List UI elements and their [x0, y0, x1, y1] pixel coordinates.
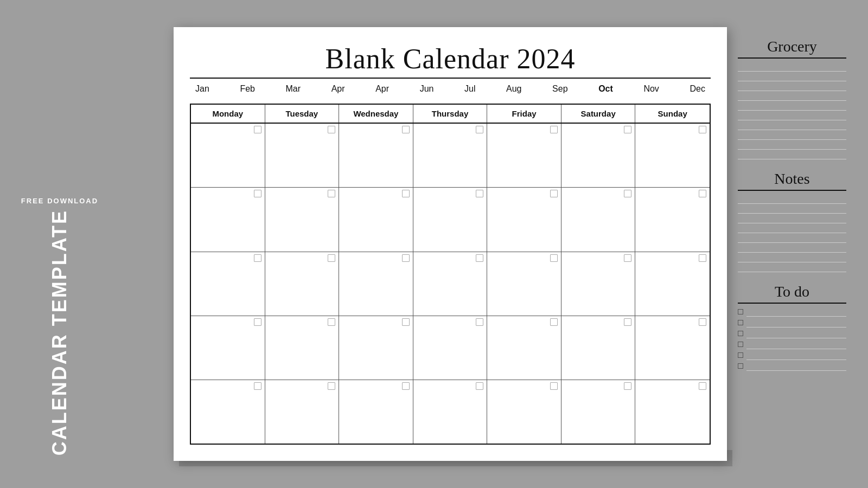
- grocery-lines: [738, 62, 846, 159]
- header-saturday: Saturday: [561, 105, 636, 123]
- calendar-cell[interactable]: [339, 380, 413, 444]
- date-corner: [328, 190, 335, 197]
- calendar-cell[interactable]: [561, 124, 636, 187]
- calendar-row: [191, 188, 710, 252]
- calendar-cell[interactable]: [339, 316, 413, 380]
- paper-title: Blank Calendar 2024: [190, 43, 711, 74]
- calendar-cell[interactable]: [191, 316, 265, 380]
- notes-line: [738, 214, 846, 223]
- calendar-cell[interactable]: [265, 188, 340, 251]
- date-corner: [476, 126, 483, 133]
- calendar-cell[interactable]: [635, 188, 710, 251]
- date-corner: [550, 318, 558, 326]
- right-sidebar: Grocery Notes To do: [732, 27, 852, 461]
- grocery-line: [738, 81, 846, 91]
- grocery-line: [738, 120, 846, 130]
- calendar-cell[interactable]: [487, 380, 561, 444]
- month-tab-aug[interactable]: Aug: [503, 83, 525, 95]
- date-corner: [402, 318, 410, 326]
- calendar-cell[interactable]: [635, 252, 710, 316]
- calendar-cell[interactable]: [413, 252, 488, 316]
- date-corner: [402, 190, 410, 197]
- month-tab-jul[interactable]: Jul: [461, 83, 478, 95]
- todo-line: [746, 350, 846, 360]
- calendar-cell[interactable]: [191, 380, 265, 444]
- calendar-cell[interactable]: [413, 316, 488, 380]
- notes-line: [738, 243, 846, 253]
- header-wednesday: Wednesday: [339, 105, 413, 123]
- todo-checkbox[interactable]: [738, 331, 743, 336]
- month-tab-apr[interactable]: Apr: [372, 83, 392, 95]
- free-download-label: FREE DOWNLOAD: [21, 197, 98, 205]
- calendar-cell[interactable]: [265, 380, 340, 444]
- calendar-cell[interactable]: [265, 124, 340, 187]
- calendar-cell[interactable]: [635, 316, 710, 380]
- calendar-body: [191, 124, 710, 444]
- date-corner: [254, 318, 261, 326]
- date-corner: [624, 126, 631, 133]
- todo-title: To do: [738, 283, 846, 300]
- calendar-cell[interactable]: [413, 124, 488, 187]
- todo-checkbox[interactable]: [738, 342, 743, 347]
- calendar-cell[interactable]: [339, 124, 413, 187]
- calendar-cell[interactable]: [561, 188, 636, 251]
- calendar-row: [191, 124, 710, 188]
- month-tab-jun[interactable]: Jun: [417, 83, 437, 95]
- calendar-cell[interactable]: [487, 124, 561, 187]
- grocery-title: Grocery: [738, 38, 846, 55]
- month-tab-sep[interactable]: Sep: [549, 83, 571, 95]
- date-corner: [550, 190, 558, 197]
- todo-item[interactable]: [738, 339, 846, 349]
- todo-item[interactable]: [738, 307, 846, 317]
- todo-checkbox[interactable]: [738, 363, 743, 369]
- calendar-cell[interactable]: [561, 380, 636, 444]
- month-tab-apr[interactable]: Apr: [328, 83, 348, 95]
- calendar-cell[interactable]: [635, 124, 710, 187]
- month-tab-nov[interactable]: Nov: [640, 83, 662, 95]
- calendar-cell[interactable]: [487, 188, 561, 251]
- date-corner: [328, 382, 335, 390]
- todo-line: [746, 318, 846, 328]
- todo-item[interactable]: [738, 350, 846, 360]
- grocery-line: [738, 150, 846, 159]
- notes-line: [738, 223, 846, 233]
- month-tab-feb[interactable]: Feb: [237, 83, 258, 95]
- todo-checkbox[interactable]: [738, 309, 743, 314]
- month-tab-dec[interactable]: Dec: [686, 83, 708, 95]
- month-tab-oct[interactable]: Oct: [595, 83, 616, 95]
- calendar-cell[interactable]: [487, 316, 561, 380]
- todo-divider: [738, 303, 846, 304]
- date-corner: [254, 126, 261, 133]
- month-tab-jan[interactable]: Jan: [192, 83, 213, 95]
- calendar-cell[interactable]: [413, 380, 488, 444]
- calendar-cell[interactable]: [487, 252, 561, 316]
- todo-item[interactable]: [738, 329, 846, 338]
- header-tuesday: Tuesday: [265, 105, 340, 123]
- calendar-cell[interactable]: [339, 188, 413, 251]
- calendar-cell[interactable]: [635, 380, 710, 444]
- calendar-cell[interactable]: [191, 124, 265, 187]
- header-thursday: Thursday: [413, 105, 488, 123]
- header-monday: Monday: [191, 105, 265, 123]
- notes-line: [738, 194, 846, 204]
- calendar-cell[interactable]: [265, 316, 340, 380]
- calendar-row: [191, 380, 710, 444]
- todo-item[interactable]: [738, 318, 846, 328]
- todo-checkbox[interactable]: [738, 352, 743, 358]
- month-tab-mar[interactable]: Mar: [283, 83, 304, 95]
- calendar-cell[interactable]: [413, 188, 488, 251]
- calendar-cell[interactable]: [339, 252, 413, 316]
- notes-line: [738, 253, 846, 262]
- date-corner: [476, 254, 483, 262]
- date-corner: [699, 126, 706, 133]
- date-corner: [624, 318, 631, 326]
- calendar-cell[interactable]: [561, 316, 636, 380]
- calendar-cell[interactable]: [561, 252, 636, 316]
- todo-item[interactable]: [738, 361, 846, 371]
- calendar-cell[interactable]: [191, 252, 265, 316]
- todo-checkbox[interactable]: [738, 320, 743, 325]
- date-corner: [624, 382, 631, 390]
- calendar-cell[interactable]: [265, 252, 340, 316]
- calendar-cell[interactable]: [191, 188, 265, 251]
- todo-line: [746, 329, 846, 338]
